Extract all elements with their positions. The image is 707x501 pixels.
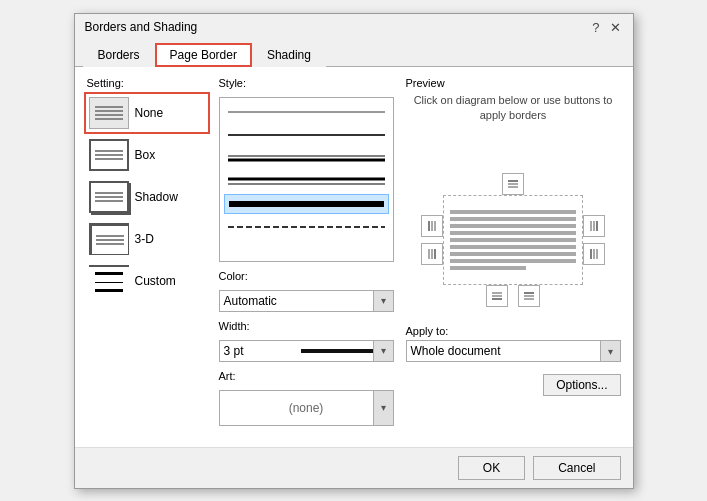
style-item-6[interactable] xyxy=(224,217,389,237)
preview-line-7 xyxy=(450,252,576,256)
setting-none[interactable]: None xyxy=(87,95,207,131)
ok-button[interactable]: OK xyxy=(458,456,525,480)
apply-to-dropdown[interactable]: Whole document ▾ xyxy=(406,340,621,362)
preview-label: Preview xyxy=(406,77,621,89)
art-box: (none) ▾ xyxy=(219,390,394,426)
preview-hint: Click on diagram below or use buttons to… xyxy=(406,93,621,124)
threed-icon xyxy=(89,223,129,255)
border-bottom-left-button[interactable] xyxy=(486,285,508,307)
border-top-button[interactable] xyxy=(502,173,524,195)
apply-to-dropdown-arrow: ▾ xyxy=(600,341,620,361)
preview-grid xyxy=(419,171,607,309)
style-list[interactable] xyxy=(219,97,394,262)
art-group: Art: (none) ▾ xyxy=(219,370,394,426)
close-button[interactable]: ✕ xyxy=(608,20,623,35)
color-label: Color: xyxy=(219,270,394,282)
border-bottom-right-button[interactable] xyxy=(518,285,540,307)
setting-custom[interactable]: Custom xyxy=(87,263,207,299)
preview-spacer-tl xyxy=(419,171,443,195)
svg-rect-6 xyxy=(229,201,384,207)
width-group: Width: 3 pt ▾ xyxy=(219,320,394,362)
preview-line-9 xyxy=(450,266,526,270)
tab-page-border[interactable]: Page Border xyxy=(155,43,252,67)
setting-shadow[interactable]: Shadow xyxy=(87,179,207,215)
options-button[interactable]: Options... xyxy=(543,374,620,396)
border-left-inner-button[interactable] xyxy=(421,243,443,265)
none-label: None xyxy=(135,106,164,120)
preview-line-1 xyxy=(450,210,576,214)
tab-shading[interactable]: Shading xyxy=(252,43,326,67)
preview-line-5 xyxy=(450,238,576,242)
width-dropdown[interactable]: 3 pt ▾ xyxy=(219,340,394,362)
preview-spacer-tr xyxy=(583,171,607,195)
art-dropdown-arrow[interactable]: ▾ xyxy=(373,391,393,425)
preview-line-3 xyxy=(450,224,576,228)
shadow-icon xyxy=(89,181,129,213)
preview-document xyxy=(443,195,583,285)
border-right-button[interactable] xyxy=(583,215,605,237)
border-left-button[interactable] xyxy=(421,215,443,237)
threed-label: 3-D xyxy=(135,232,154,246)
preview-panel: Preview Click on diagram below or use bu… xyxy=(406,77,621,437)
cancel-button[interactable]: Cancel xyxy=(533,456,620,480)
preview-line-4 xyxy=(450,231,576,235)
preview-line-2 xyxy=(450,217,576,221)
width-dropdown-arrow: ▾ xyxy=(373,341,393,361)
style-item-4[interactable] xyxy=(224,171,389,191)
box-icon xyxy=(89,139,129,171)
style-item-5[interactable] xyxy=(224,194,389,214)
style-item-1[interactable] xyxy=(224,102,389,122)
apply-to-section: Apply to: Whole document ▾ Options... xyxy=(406,325,621,396)
title-bar: Borders and Shading ? ✕ xyxy=(75,14,633,39)
style-label: Style: xyxy=(219,77,394,89)
apply-to-label: Apply to: xyxy=(406,325,621,337)
color-dropdown[interactable]: Automatic ▾ xyxy=(219,290,394,312)
color-value: Automatic xyxy=(224,294,389,308)
help-button[interactable]: ? xyxy=(590,20,601,35)
style-item-3[interactable] xyxy=(224,148,389,168)
preview-spacer-bl xyxy=(419,285,443,309)
dialog-title: Borders and Shading xyxy=(85,20,198,34)
style-group: Style: xyxy=(219,77,394,262)
setting-box[interactable]: Box xyxy=(87,137,207,173)
dialog-footer: OK Cancel xyxy=(75,447,633,488)
width-value: 3 pt xyxy=(224,344,296,358)
box-label: Box xyxy=(135,148,156,162)
preview-line-6 xyxy=(450,245,576,249)
border-right-inner-button[interactable] xyxy=(583,243,605,265)
preview-line-8 xyxy=(450,259,576,263)
preview-area: Apply to: Whole document ▾ Options... xyxy=(406,131,621,436)
preview-spacer-br xyxy=(583,285,607,309)
apply-to-value: Whole document xyxy=(411,344,616,358)
style-item-2[interactable] xyxy=(224,125,389,145)
width-label: Width: xyxy=(219,320,394,332)
custom-icon xyxy=(89,265,129,297)
color-group: Color: Automatic ▾ xyxy=(219,270,394,312)
art-value: (none) xyxy=(289,401,324,415)
setting-panel: Setting: None xyxy=(87,77,207,437)
art-label: Art: xyxy=(219,370,394,382)
color-dropdown-arrow: ▾ xyxy=(373,291,393,311)
none-icon xyxy=(89,97,129,129)
shadow-label: Shadow xyxy=(135,190,178,204)
style-panel: Style: xyxy=(219,77,394,437)
custom-label: Custom xyxy=(135,274,176,288)
tab-borders[interactable]: Borders xyxy=(83,43,155,67)
borders-and-shading-dialog: Borders and Shading ? ✕ Borders Page Bor… xyxy=(74,13,634,489)
setting-label: Setting: xyxy=(87,77,207,89)
title-controls: ? ✕ xyxy=(590,20,622,35)
dialog-body: Setting: None xyxy=(75,67,633,447)
setting-3d[interactable]: 3-D xyxy=(87,221,207,257)
tabs-row: Borders Page Border Shading xyxy=(75,39,633,67)
